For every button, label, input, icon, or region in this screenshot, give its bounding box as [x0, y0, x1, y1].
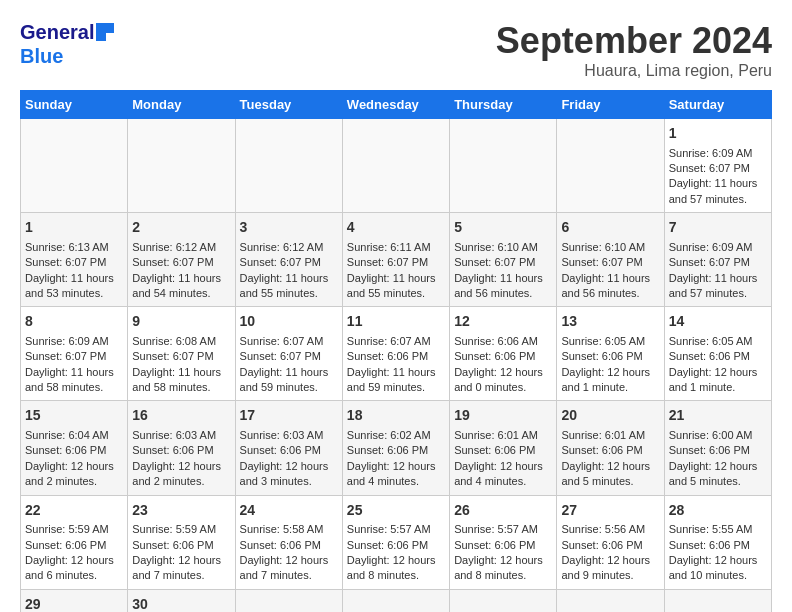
sunrise-text: Sunrise: 6:06 AM: [454, 334, 552, 349]
day-number: 1: [25, 218, 123, 238]
sunrise-text: Sunrise: 6:07 AM: [240, 334, 338, 349]
calendar-week-row: 1Sunrise: 6:09 AMSunset: 6:07 PMDaylight…: [21, 119, 772, 213]
day-number: 27: [561, 501, 659, 521]
calendar-cell: 15Sunrise: 6:04 AMSunset: 6:06 PMDayligh…: [21, 401, 128, 495]
sunrise-text: Sunrise: 6:09 AM: [25, 334, 123, 349]
sunrise-text: Sunrise: 6:05 AM: [669, 334, 767, 349]
sunset-text: Sunset: 6:06 PM: [347, 443, 445, 458]
sunset-text: Sunset: 6:07 PM: [669, 255, 767, 270]
daylight-text: Daylight: 12 hours and 9 minutes.: [561, 553, 659, 584]
day-number: 15: [25, 406, 123, 426]
calendar-cell: 1Sunrise: 6:13 AMSunset: 6:07 PMDaylight…: [21, 213, 128, 307]
calendar-cell: [342, 589, 449, 612]
daylight-text: Daylight: 12 hours and 0 minutes.: [454, 365, 552, 396]
sunset-text: Sunset: 6:06 PM: [240, 443, 338, 458]
sunrise-text: Sunrise: 5:57 AM: [347, 522, 445, 537]
logo-icon: [94, 21, 116, 43]
calendar-cell: 25Sunrise: 5:57 AMSunset: 6:06 PMDayligh…: [342, 495, 449, 589]
sunset-text: Sunset: 6:07 PM: [25, 349, 123, 364]
calendar-cell: 28Sunrise: 5:55 AMSunset: 6:06 PMDayligh…: [664, 495, 771, 589]
calendar-cell: 30Sunrise: 5:54 AMSunset: 6:06 PMDayligh…: [128, 589, 235, 612]
calendar-cell: 21Sunrise: 6:00 AMSunset: 6:06 PMDayligh…: [664, 401, 771, 495]
sunrise-text: Sunrise: 5:58 AM: [240, 522, 338, 537]
day-number: 1: [669, 124, 767, 144]
calendar-cell: 11Sunrise: 6:07 AMSunset: 6:06 PMDayligh…: [342, 307, 449, 401]
calendar-cell: [450, 119, 557, 213]
sunset-text: Sunset: 6:07 PM: [25, 255, 123, 270]
sunrise-text: Sunrise: 6:03 AM: [132, 428, 230, 443]
sunrise-text: Sunrise: 5:59 AM: [132, 522, 230, 537]
calendar-cell: 4Sunrise: 6:11 AMSunset: 6:07 PMDaylight…: [342, 213, 449, 307]
daylight-text: Daylight: 11 hours and 57 minutes.: [669, 176, 767, 207]
calendar-cell: [664, 589, 771, 612]
sunset-text: Sunset: 6:07 PM: [240, 255, 338, 270]
sunset-text: Sunset: 6:06 PM: [454, 538, 552, 553]
day-number: 2: [132, 218, 230, 238]
calendar-cell: 5Sunrise: 6:10 AMSunset: 6:07 PMDaylight…: [450, 213, 557, 307]
day-number: 6: [561, 218, 659, 238]
day-number: 24: [240, 501, 338, 521]
logo-blue: Blue: [20, 45, 63, 67]
calendar-cell: 8Sunrise: 6:09 AMSunset: 6:07 PMDaylight…: [21, 307, 128, 401]
sunrise-text: Sunrise: 6:10 AM: [561, 240, 659, 255]
header-saturday: Saturday: [664, 91, 771, 119]
calendar-cell: [557, 119, 664, 213]
daylight-text: Daylight: 11 hours and 56 minutes.: [454, 271, 552, 302]
sunrise-text: Sunrise: 6:11 AM: [347, 240, 445, 255]
day-number: 5: [454, 218, 552, 238]
daylight-text: Daylight: 12 hours and 2 minutes.: [25, 459, 123, 490]
sunset-text: Sunset: 6:06 PM: [454, 349, 552, 364]
day-number: 19: [454, 406, 552, 426]
daylight-text: Daylight: 11 hours and 59 minutes.: [347, 365, 445, 396]
calendar-cell: 23Sunrise: 5:59 AMSunset: 6:06 PMDayligh…: [128, 495, 235, 589]
daylight-text: Daylight: 12 hours and 1 minute.: [561, 365, 659, 396]
sunrise-text: Sunrise: 6:12 AM: [132, 240, 230, 255]
calendar-cell: 3Sunrise: 6:12 AMSunset: 6:07 PMDaylight…: [235, 213, 342, 307]
sunrise-text: Sunrise: 6:05 AM: [561, 334, 659, 349]
sunset-text: Sunset: 6:07 PM: [132, 255, 230, 270]
sunrise-text: Sunrise: 6:03 AM: [240, 428, 338, 443]
calendar-week-row: 22Sunrise: 5:59 AMSunset: 6:06 PMDayligh…: [21, 495, 772, 589]
calendar-cell: 10Sunrise: 6:07 AMSunset: 6:07 PMDayligh…: [235, 307, 342, 401]
calendar-cell: 9Sunrise: 6:08 AMSunset: 6:07 PMDaylight…: [128, 307, 235, 401]
daylight-text: Daylight: 11 hours and 58 minutes.: [132, 365, 230, 396]
calendar-cell: 2Sunrise: 6:12 AMSunset: 6:07 PMDaylight…: [128, 213, 235, 307]
sunset-text: Sunset: 6:06 PM: [132, 443, 230, 458]
day-number: 4: [347, 218, 445, 238]
calendar-cell: 1Sunrise: 6:09 AMSunset: 6:07 PMDaylight…: [664, 119, 771, 213]
sunset-text: Sunset: 6:06 PM: [25, 538, 123, 553]
calendar-cell: [128, 119, 235, 213]
calendar-week-row: 1Sunrise: 6:13 AMSunset: 6:07 PMDaylight…: [21, 213, 772, 307]
day-number: 17: [240, 406, 338, 426]
daylight-text: Daylight: 11 hours and 55 minutes.: [240, 271, 338, 302]
calendar-cell: 13Sunrise: 6:05 AMSunset: 6:06 PMDayligh…: [557, 307, 664, 401]
sunset-text: Sunset: 6:06 PM: [347, 538, 445, 553]
header-tuesday: Tuesday: [235, 91, 342, 119]
daylight-text: Daylight: 11 hours and 55 minutes.: [347, 271, 445, 302]
calendar-cell: [450, 589, 557, 612]
sunset-text: Sunset: 6:06 PM: [132, 538, 230, 553]
location-subtitle: Huaura, Lima region, Peru: [496, 62, 772, 80]
sunset-text: Sunset: 6:07 PM: [347, 255, 445, 270]
day-number: 16: [132, 406, 230, 426]
sunrise-text: Sunrise: 5:55 AM: [669, 522, 767, 537]
title-block: September 2024 Huaura, Lima region, Peru: [496, 20, 772, 80]
calendar-cell: 20Sunrise: 6:01 AMSunset: 6:06 PMDayligh…: [557, 401, 664, 495]
daylight-text: Daylight: 12 hours and 10 minutes.: [669, 553, 767, 584]
day-number: 23: [132, 501, 230, 521]
sunrise-text: Sunrise: 6:09 AM: [669, 146, 767, 161]
calendar-header-row: SundayMondayTuesdayWednesdayThursdayFrid…: [21, 91, 772, 119]
sunset-text: Sunset: 6:06 PM: [669, 538, 767, 553]
day-number: 29: [25, 595, 123, 612]
sunset-text: Sunset: 6:06 PM: [669, 349, 767, 364]
daylight-text: Daylight: 11 hours and 54 minutes.: [132, 271, 230, 302]
daylight-text: Daylight: 12 hours and 1 minute.: [669, 365, 767, 396]
calendar-cell: 17Sunrise: 6:03 AMSunset: 6:06 PMDayligh…: [235, 401, 342, 495]
day-number: 10: [240, 312, 338, 332]
calendar-cell: 29Sunrise: 5:55 AMSunset: 6:06 PMDayligh…: [21, 589, 128, 612]
day-number: 13: [561, 312, 659, 332]
sunset-text: Sunset: 6:06 PM: [347, 349, 445, 364]
sunrise-text: Sunrise: 6:07 AM: [347, 334, 445, 349]
calendar-cell: 22Sunrise: 5:59 AMSunset: 6:06 PMDayligh…: [21, 495, 128, 589]
calendar-table: SundayMondayTuesdayWednesdayThursdayFrid…: [20, 90, 772, 612]
